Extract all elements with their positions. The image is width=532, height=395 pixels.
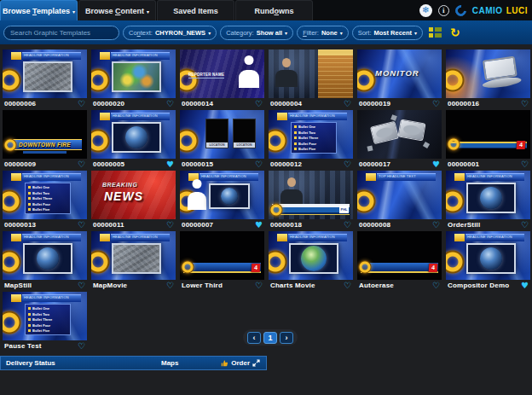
favorite-heart-icon[interactable]: ♡ [166, 282, 174, 290]
card-label-row: 00000007♥ [180, 219, 264, 230]
template-card[interactable]: MONITOR00000019♡ [357, 49, 442, 109]
tab-browse-templates[interactable]: Browse Templates ▾ [0, 0, 78, 20]
favorite-heart-icon[interactable]: ♡ [166, 221, 174, 229]
favorite-heart-icon[interactable]: ♡ [344, 100, 351, 108]
favorite-heart-icon[interactable]: ♡ [521, 100, 529, 108]
template-card[interactable]: 4Autoerase♡ [357, 231, 442, 291]
card-label-row: 00000013♡ [3, 219, 87, 230]
template-card[interactable]: TOP HEADLINE TEXT00000008♡ [357, 171, 442, 230]
template-card[interactable]: HEADLINE INFORMATION00000020♡ [91, 49, 176, 109]
favorite-heart-icon[interactable]: ♡ [432, 221, 440, 229]
chevron-down-icon: ▾ [340, 29, 343, 36]
gold-ring-icon [180, 127, 200, 154]
template-card[interactable]: LOCATIONLOCATION00000015♡ [180, 110, 264, 170]
globe-graphic [301, 246, 327, 271]
template-card[interactable]: HEADLINE INFORMATIONMapMovie♡ [91, 231, 176, 291]
favorite-heart-icon[interactable]: ♡ [78, 100, 85, 108]
next-page-button[interactable]: › [280, 332, 293, 344]
search-input[interactable] [3, 26, 119, 40]
template-card[interactable]: HEADLINE INFORMATIONCompositor Demo♥ [446, 231, 530, 291]
favorite-heart-icon[interactable]: ♡ [255, 282, 263, 290]
cube-fragment [423, 142, 430, 148]
favorite-heart-icon[interactable]: ♡ [432, 282, 440, 290]
refresh-icon[interactable]: ↻ [450, 26, 460, 38]
favorite-heart-icon[interactable]: ♡ [521, 160, 529, 169]
template-card[interactable]: HEADLINE INFORMATIONBullet OneBullet Two… [269, 110, 353, 170]
template-card[interactable]: HEADLINE INFORMATIONMapStill♡ [3, 231, 87, 291]
favorite-heart-icon[interactable]: ♥ [432, 160, 440, 169]
context-dropdown[interactable]: Context: CHYRON_NEWS ▾ [123, 26, 217, 40]
card-label-row: 00000018♡ [269, 219, 353, 230]
favorite-heart-icon[interactable]: ♡ [255, 100, 263, 108]
yellow-bar [454, 173, 465, 181]
favorite-heart-icon[interactable]: ♡ [521, 221, 529, 229]
template-card[interactable]: HEADLINE INFORMATIONOrderStill♡ [446, 171, 530, 230]
headline-bar: HEADLINE INFORMATION [288, 113, 347, 120]
template-card[interactable]: 4Lower Third♡ [180, 231, 264, 291]
template-card[interactable]: REPORTER NAME00000014♡ [180, 49, 264, 109]
yellow-bar [100, 234, 110, 241]
template-card[interactable]: HEADLINE INFORMATIONBullet OneBullet Two… [3, 292, 87, 351]
headline-bar: HEADLINE INFORMATION [200, 173, 258, 181]
template-card[interactable]: HEADLINE INFORMATIONBullet OneBullet Two… [3, 171, 87, 230]
template-card[interactable]: 400000001♡ [446, 110, 530, 170]
info-icon[interactable]: i [438, 5, 449, 16]
template-card[interactable]: HEADLINE INFORMATION00000007♥ [180, 171, 264, 230]
favorite-heart-icon[interactable]: ♡ [432, 100, 440, 108]
chyron-logo-icon [453, 3, 468, 18]
delivery-status-bar[interactable]: Delivery Status Maps Order [0, 356, 267, 370]
template-card[interactable]: BREAKINGNEWS00000011♡ [91, 171, 176, 230]
template-card[interactable]: 00000004♡ [269, 49, 353, 109]
bullet-dash-icon [294, 148, 297, 150]
bullet-row: Bullet Five [294, 147, 336, 153]
favorite-heart-icon[interactable]: ♥ [521, 282, 529, 290]
yellow-bar [11, 234, 21, 241]
template-card[interactable]: 00000016♡ [446, 49, 530, 109]
headline-bar: HEADLINE INFORMATION [22, 173, 81, 181]
favorite-heart-icon[interactable]: ♡ [78, 221, 85, 229]
dropdown-value: CHYRON_NEWS [155, 29, 205, 37]
dropdown-label: Sort: [358, 29, 372, 37]
monitor-3d-graphic [479, 55, 522, 90]
person-silhouette-icon [188, 179, 206, 210]
snowflake-icon[interactable]: ❄ [419, 4, 432, 17]
favorite-heart-icon[interactable]: ♡ [344, 221, 351, 229]
tab-rundowns[interactable]: Rundowns [235, 0, 313, 20]
template-card[interactable]: HEADLINE INFORMATION00000005♥ [91, 110, 176, 170]
tab-saved-items[interactable]: Saved Items [157, 0, 234, 20]
prev-page-button[interactable]: ‹ [247, 332, 261, 344]
filter-dropdown[interactable]: Filter: None ▾ [297, 26, 349, 40]
template-card[interactable]: PHL00000018♡ [269, 171, 353, 230]
order-button[interactable]: Order [221, 359, 260, 367]
inset-map-image [23, 61, 72, 92]
favorite-heart-icon[interactable]: ♥ [166, 160, 174, 169]
favorite-heart-icon[interactable]: ♡ [255, 160, 263, 169]
current-page-button[interactable]: 1 [263, 332, 277, 344]
sort-dropdown[interactable]: Sort: Most Recent ▾ [352, 26, 423, 40]
favorite-heart-icon[interactable]: ♡ [344, 282, 351, 290]
template-card[interactable]: 00000017♥ [357, 110, 442, 170]
template-card[interactable]: HEADLINE INFORMATION00000006♡ [3, 49, 87, 109]
gold-ring-icon [269, 202, 284, 218]
category-dropdown[interactable]: Category: Show all ▾ [220, 26, 293, 40]
gold-ring-icon [3, 309, 23, 336]
tab-browse-content[interactable]: Browse Content ▾ [78, 0, 156, 20]
template-name: 00000009 [4, 160, 36, 168]
template-thumbnail: LOCATIONLOCATION [180, 110, 264, 159]
favorite-heart-icon[interactable]: ♡ [344, 160, 351, 169]
view-toggle-icon[interactable] [429, 27, 442, 38]
template-card[interactable]: DOWNTOWN FIRE00000009♡ [3, 110, 87, 170]
template-card[interactable]: HEADLINE INFORMATIONCharts Movie♡ [269, 231, 353, 291]
template-thumbnail: BREAKINGNEWS [91, 171, 176, 219]
gold-ring-icon [446, 67, 466, 94]
favorite-heart-icon[interactable]: ♥ [255, 221, 263, 229]
card-label-row: 00000011♡ [91, 219, 176, 230]
favorite-heart-icon[interactable]: ♡ [78, 282, 85, 290]
card-label-row: 00000016♡ [446, 98, 530, 109]
template-thumbnail: HEADLINE INFORMATIONBullet OneBullet Two… [3, 292, 87, 340]
favorite-heart-icon[interactable]: ♡ [166, 100, 174, 108]
favorite-heart-icon[interactable]: ♡ [78, 160, 85, 169]
favorite-heart-icon[interactable]: ♡ [78, 342, 85, 351]
inset-radar-image [112, 61, 161, 92]
globe-graphic [37, 247, 59, 270]
